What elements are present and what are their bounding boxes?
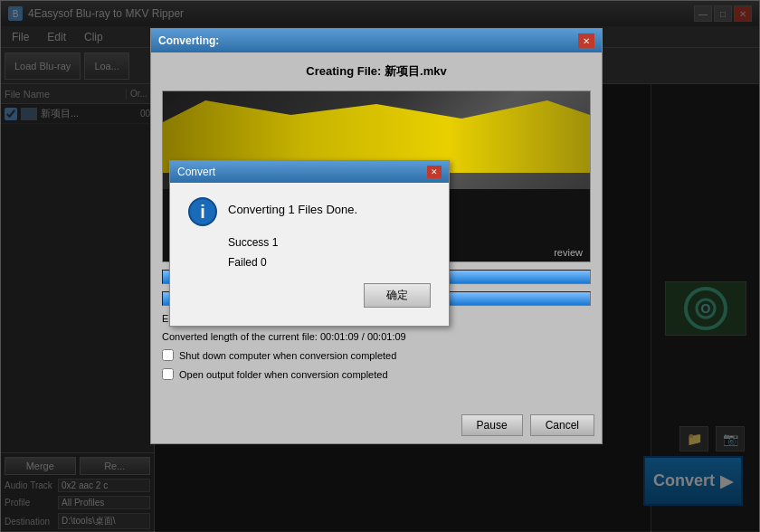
success-label: Success: [228, 236, 269, 249]
converted-length-value: 00:01:09 / 00:01:09: [320, 331, 406, 342]
inner-message-row: i Converting 1 Files Done.: [188, 197, 431, 226]
success-row: Success 1: [228, 233, 431, 253]
ok-button[interactable]: 确定: [364, 283, 431, 308]
converting-dialog-actions: Pause Cancel: [151, 411, 602, 443]
inner-dialog-title: Convert: [177, 166, 215, 178]
inner-dialog-body: i Converting 1 Files Done. Success 1 Fai…: [170, 183, 449, 326]
open-folder-checkbox[interactable]: [162, 368, 174, 380]
inner-title-bar: Convert ✕: [170, 161, 449, 183]
inner-dialog-actions: 确定: [188, 280, 431, 311]
converting-title: Converting:: [158, 34, 219, 47]
shutdown-checkbox[interactable]: [162, 349, 174, 361]
converted-length-row: Converted length of the current file: 00…: [162, 331, 591, 342]
inner-convert-dialog: Convert ✕ i Converting 1 Files Done. Suc…: [169, 160, 450, 327]
inner-message-text: Converting 1 Files Done.: [228, 197, 357, 216]
inner-dialog-close[interactable]: ✕: [427, 166, 442, 178]
preview-label: review: [554, 247, 583, 258]
open-folder-row: Open output folder when conversion compl…: [162, 368, 591, 380]
info-icon: i: [188, 197, 217, 226]
failed-label: Failed: [228, 256, 258, 269]
failed-value: 0: [261, 256, 267, 269]
open-folder-label: Open output folder when conversion compl…: [179, 369, 388, 380]
failed-row: Failed 0: [228, 253, 431, 273]
creating-file-text: Creating File: 新项目.mkv: [162, 63, 591, 80]
app-window: B 4Easysof Blu-ray to MKV Ripper — □ ✕ F…: [0, 0, 760, 532]
converted-length-label: Converted length of the current file:: [162, 331, 318, 342]
pause-button[interactable]: Pause: [461, 414, 523, 436]
shutdown-row: Shut down computer when conversion compl…: [162, 349, 591, 361]
converting-dialog-close[interactable]: ✕: [578, 33, 594, 48]
converting-title-bar: Converting: ✕: [151, 29, 602, 52]
success-value: 1: [272, 236, 279, 249]
shutdown-label: Shut down computer when conversion compl…: [179, 350, 396, 361]
inner-stats: Success 1 Failed 0: [188, 233, 431, 272]
converting-dialog: Converting: ✕ Creating File: 新项目.mkv [1/…: [150, 28, 603, 444]
cancel-button[interactable]: Cancel: [530, 414, 594, 436]
